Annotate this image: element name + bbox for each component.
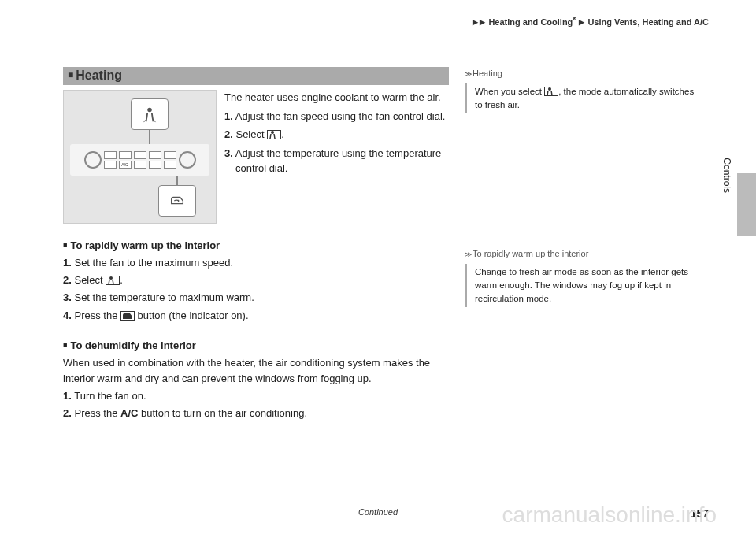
square-bullet-icon: ■: [68, 69, 73, 80]
side-note-body: Change to fresh air mode as soon as the …: [465, 264, 701, 308]
square-bullet-icon: ■: [63, 341, 67, 349]
subsection-rapid-warm: ■To rapidly warm up the interior 1. Set …: [63, 238, 449, 324]
tri-icon: ▶: [579, 18, 584, 26]
side-note-body: When you select , the mode automatically…: [465, 83, 701, 114]
step: 1. Turn the fan on.: [63, 388, 449, 404]
recirculation-icon: [120, 311, 135, 321]
section-title: Heating: [76, 69, 122, 82]
floor-vent-icon: [267, 130, 281, 139]
svg-point-0: [147, 108, 152, 113]
subsection-dehumidify: ■To dehumidify the interior When used in…: [63, 338, 449, 422]
callout-recirc: [158, 185, 196, 217]
step: 3. Set the temperature to maximum warm.: [63, 290, 449, 306]
floor-vent-icon: [544, 87, 558, 96]
step: 4. Press the button (the indicator on).: [63, 308, 449, 324]
manual-page: ▶▶ Heating and Cooling* ▶ Using Vents, H…: [0, 0, 756, 534]
breadcrumb: ▶▶ Heating and Cooling* ▶ Using Vents, H…: [472, 16, 709, 27]
page-number: 157: [691, 507, 709, 520]
side-note-head: ≫Heating: [465, 67, 701, 80]
breadcrumb-section: Heating and Cooling: [488, 17, 573, 27]
double-tri-icon: ≫: [465, 250, 469, 258]
step: 2. Select .: [63, 273, 449, 288]
side-tab-label: Controls: [721, 158, 732, 193]
callout-line: [176, 176, 178, 185]
step: 2. Select .: [224, 127, 449, 143]
sub-heading: ■To dehumidify the interior: [63, 338, 449, 354]
callout-floor-vent: [131, 98, 169, 130]
svg-point-2: [109, 276, 113, 280]
temp-dial-icon: [179, 151, 196, 169]
control-panel: A/C: [70, 144, 209, 176]
step: 3. Adjust the temperature using the temp…: [224, 146, 449, 176]
step: 2. Press the A/C button to turn on the a…: [63, 406, 449, 421]
floor-vent-icon: [106, 276, 120, 285]
main-content: ■Heating A/C: [63, 67, 449, 423]
asterisk: *: [573, 16, 576, 24]
side-note-head: ≫To rapidly warm up the interior: [465, 247, 701, 261]
svg-point-1: [271, 131, 274, 134]
section-heading-bar: ■Heating: [63, 67, 449, 85]
sub-heading: ■To rapidly warm up the interior: [63, 238, 449, 254]
tri-icon: ▶: [472, 18, 478, 26]
step: 1. Set the fan to the maximum speed.: [63, 255, 449, 271]
paragraph: When used in combination with the heater…: [63, 355, 449, 387]
person-floor-vent-icon: [141, 106, 158, 123]
intro-para: The heater uses engine coolant to warm t…: [224, 90, 449, 106]
square-bullet-icon: ■: [63, 241, 67, 249]
top-rule: [63, 32, 709, 32]
continued-label: Continued: [0, 507, 756, 517]
step: 1. Adjust the fan speed using the fan co…: [224, 109, 449, 124]
intro-text: The heater uses engine coolant to warm t…: [224, 90, 449, 180]
thumb-tab: [737, 173, 756, 236]
callout-line: [149, 130, 150, 144]
double-tri-icon: ≫: [465, 70, 469, 78]
tri-icon: ▶: [480, 18, 485, 26]
diagram-row: A/C The heater uses engine coolant to wa…: [63, 90, 449, 224]
fan-dial-icon: [84, 151, 102, 169]
svg-point-3: [548, 87, 551, 91]
recirculation-icon: [169, 192, 186, 210]
breadcrumb-subsection: Using Vents, Heating and A/C: [587, 17, 709, 27]
hvac-panel-diagram: A/C: [63, 90, 217, 224]
sidebar-notes: ≫Heating When you select , the mode auto…: [465, 67, 701, 307]
